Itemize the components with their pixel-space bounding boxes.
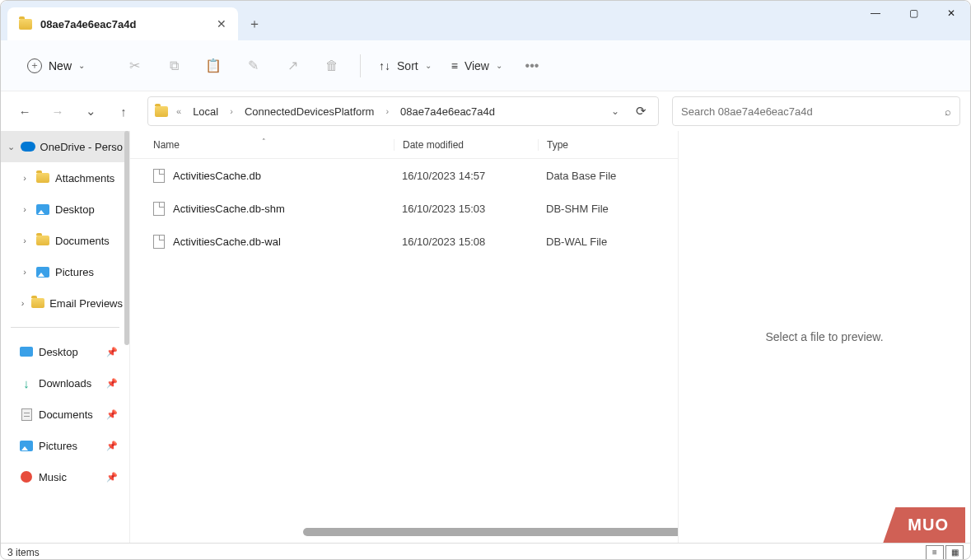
chevron-down-icon: ⌄: [7, 142, 16, 152]
file-row[interactable]: ActivitiesCache.db16/10/2023 14:57Data B…: [130, 159, 678, 192]
image-icon: [35, 203, 50, 216]
minimize-button[interactable]: —: [857, 1, 894, 26]
document-icon: [19, 408, 34, 421]
forward-button[interactable]: →: [44, 97, 72, 125]
file-type: DB-SHM File: [538, 203, 678, 215]
tab-current[interactable]: 08ae7a4e6eac7a4d ✕: [7, 7, 238, 40]
quick-documents[interactable]: Documents 📌: [1, 399, 129, 430]
sort-icon: ↑↓: [379, 59, 390, 72]
quick-downloads[interactable]: ↓ Downloads 📌: [1, 367, 129, 399]
breadcrumb-item[interactable]: 08ae7a4e6eac7a4d: [397, 104, 498, 119]
file-row[interactable]: ActivitiesCache.db-wal16/10/2023 15:08DB…: [130, 225, 678, 258]
sort-button[interactable]: ↑↓ Sort ⌄: [371, 54, 440, 77]
folder-icon: [35, 171, 50, 184]
rename-button[interactable]: ✎: [235, 51, 271, 81]
file-area: Name ˄ Date modified Type ActivitiesCach…: [130, 131, 970, 543]
file-icon: [153, 235, 165, 249]
tab-close-button[interactable]: ✕: [217, 17, 226, 30]
breadcrumb-overflow[interactable]: «: [173, 105, 184, 118]
paste-button[interactable]: 📋: [195, 51, 231, 81]
file-date: 16/10/2023 15:08: [394, 236, 538, 248]
search-box[interactable]: ⌕: [672, 96, 960, 126]
quick-label: Documents: [39, 408, 93, 421]
column-type[interactable]: Type: [538, 139, 678, 151]
up-button[interactable]: ↑: [110, 97, 138, 125]
plus-icon: ＋: [27, 58, 42, 73]
main-area: ⌄ OneDrive - Perso › Attachments › Deskt…: [1, 131, 970, 543]
new-label: New: [49, 59, 72, 72]
chevron-down-icon: ⌄: [496, 61, 502, 70]
column-name[interactable]: Name ˄: [130, 139, 394, 151]
desktop-icon: [19, 345, 34, 358]
search-input[interactable]: [681, 105, 945, 118]
new-tab-button[interactable]: ＋: [238, 7, 271, 40]
column-date-label: Date modified: [403, 139, 464, 151]
file-date: 16/10/2023 15:03: [394, 203, 538, 215]
column-name-label: Name: [153, 139, 180, 151]
more-button[interactable]: •••: [514, 51, 550, 81]
breadcrumb-item[interactable]: ConnectedDevicesPlatform: [241, 104, 378, 119]
list-icon: ≡: [451, 59, 458, 72]
sidebar-item-email-previews[interactable]: › Email Previews: [1, 287, 129, 319]
sidebar-item-attachments[interactable]: › Attachments: [1, 162, 129, 194]
watermark: MUO: [883, 507, 965, 543]
sidebar-label: Desktop: [55, 203, 95, 216]
sidebar: ⌄ OneDrive - Perso › Attachments › Deskt…: [1, 131, 130, 543]
maximize-button[interactable]: ▢: [894, 1, 932, 26]
address-bar[interactable]: « Local › ConnectedDevicesPlatform › 08a…: [147, 96, 659, 126]
sidebar-item-pictures[interactable]: › Pictures: [1, 256, 129, 287]
cut-button[interactable]: ✂: [116, 51, 152, 81]
sidebar-label: OneDrive - Perso: [40, 141, 123, 153]
search-icon: ⌕: [945, 105, 951, 118]
pin-icon: 📌: [106, 378, 118, 389]
separator: [360, 54, 361, 77]
folder-icon: [19, 19, 32, 30]
file-name: ActivitiesCache.db-wal: [173, 236, 281, 248]
details-view-button[interactable]: ≡: [926, 545, 944, 560]
file-icon: [153, 169, 165, 183]
quick-desktop[interactable]: Desktop 📌: [1, 336, 129, 367]
new-button[interactable]: ＋ New ⌄: [19, 54, 93, 78]
recent-button[interactable]: ⌄: [77, 97, 105, 125]
sidebar-scrollbar[interactable]: [124, 131, 129, 345]
sort-label: Sort: [397, 59, 418, 72]
copy-button[interactable]: ⧉: [156, 51, 192, 81]
breadcrumb-item[interactable]: Local: [189, 104, 222, 119]
quick-pictures[interactable]: Pictures 📌: [1, 430, 129, 461]
sidebar-label: Attachments: [55, 172, 114, 184]
thumbnails-view-button[interactable]: ▦: [945, 545, 964, 560]
pin-icon: 📌: [106, 409, 118, 420]
refresh-button[interactable]: ⟳: [631, 104, 651, 119]
view-button[interactable]: ≡ View ⌄: [443, 54, 511, 77]
file-icon: [153, 202, 165, 216]
sort-asc-icon: ˄: [262, 138, 266, 146]
column-headers: Name ˄ Date modified Type: [130, 131, 678, 159]
back-button[interactable]: ←: [11, 97, 39, 125]
address-dropdown[interactable]: ⌄: [605, 105, 626, 117]
file-type: Data Base File: [538, 170, 678, 182]
chevron-right-icon: ›: [19, 236, 30, 245]
item-count: 3 items: [7, 547, 40, 558]
share-button[interactable]: ↗: [274, 51, 310, 81]
window-controls: — ▢ ✕: [857, 1, 970, 26]
file-row[interactable]: ActivitiesCache.db-shm16/10/2023 15:03DB…: [130, 192, 678, 225]
file-type: DB-WAL File: [538, 236, 678, 248]
folder-icon: [31, 296, 44, 310]
quick-label: Music: [39, 471, 67, 483]
separator: [11, 327, 119, 328]
chevron-down-icon: ⌄: [425, 61, 432, 70]
delete-button[interactable]: 🗑: [314, 51, 350, 81]
close-window-button[interactable]: ✕: [932, 1, 970, 26]
sidebar-item-desktop[interactable]: › Desktop: [1, 194, 129, 225]
column-type-label: Type: [547, 139, 568, 151]
sidebar-item-documents[interactable]: › Documents: [1, 225, 129, 256]
preview-pane: Select a file to preview.: [678, 131, 970, 543]
quick-music[interactable]: Music 📌: [1, 461, 129, 492]
column-date[interactable]: Date modified: [394, 139, 538, 151]
titlebar: 08ae7a4e6eac7a4d ✕ ＋ — ▢ ✕: [1, 1, 970, 40]
file-list: Name ˄ Date modified Type ActivitiesCach…: [130, 131, 678, 543]
horizontal-scrollbar[interactable]: [303, 528, 678, 536]
sidebar-onedrive[interactable]: ⌄ OneDrive - Perso: [1, 131, 129, 162]
chevron-right-icon: ›: [19, 267, 30, 277]
navbar: ← → ⌄ ↑ « Local › ConnectedDevicesPlatfo…: [1, 91, 970, 131]
